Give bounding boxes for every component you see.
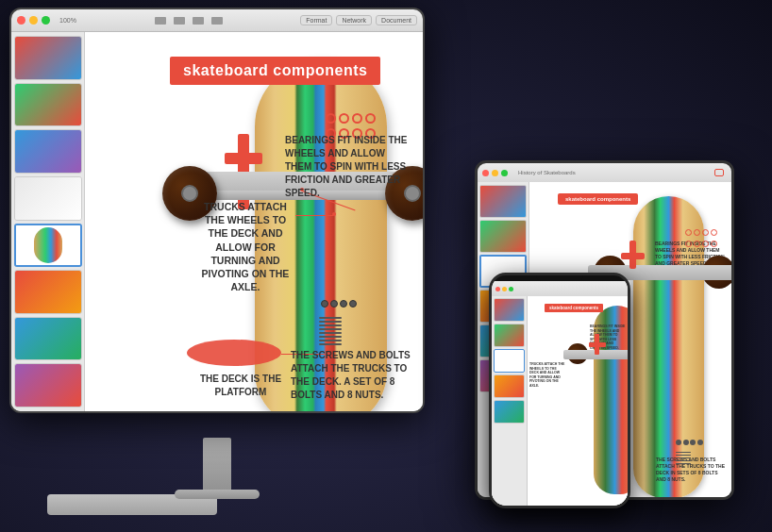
tablet-bearing-5 <box>685 241 692 247</box>
phone-trucks-text: TRUCKS ATTACH THE WHEELS TO THE DECK AND… <box>529 362 565 388</box>
screw-line-5 <box>319 332 342 334</box>
phone-screen: skateboard components TRUCKS ATTACH THE … <box>492 281 628 506</box>
tablet-screws <box>676 440 703 445</box>
slide-thumb-1[interactable] <box>14 36 82 80</box>
phone-notch <box>536 275 583 281</box>
slide-thumb-2[interactable] <box>14 83 82 127</box>
bearing-4 <box>365 113 376 124</box>
screw-line-7 <box>319 340 342 341</box>
slides-sidebar <box>11 32 85 411</box>
phone-maximize[interactable] <box>509 287 513 291</box>
text-icon <box>174 17 185 25</box>
phone-minimize[interactable] <box>502 287 507 291</box>
screw-4 <box>349 300 357 308</box>
slide-thumbnail-7 <box>15 318 81 360</box>
monitor-content: skateboard components <box>11 32 423 411</box>
zoom-level: 100% <box>59 17 76 24</box>
tablet-minimize[interactable] <box>492 170 498 176</box>
slide-thumbnail-5 <box>16 225 80 266</box>
screw-3 <box>340 300 347 308</box>
table-icon <box>155 17 166 25</box>
slide-thumbnail-1 <box>15 37 81 79</box>
slide-thumbnail-6 <box>15 271 81 313</box>
tablet-thumb-1[interactable] <box>479 185 527 218</box>
media-icon <box>211 17 223 25</box>
phone-thumb-3[interactable] <box>494 349 525 373</box>
monitor: 100% Format Network Document <box>9 8 425 413</box>
screw-line-8 <box>319 343 342 345</box>
phone-toolbar <box>492 281 628 296</box>
slide-thumb-4[interactable] <box>14 176 82 221</box>
screw-line-6 <box>319 336 342 338</box>
bearings-annotation: BEARINGS FIT INSIDE THE WHEELS AND ALLOW… <box>285 134 408 200</box>
tablet-title: History of Skateboards <box>518 170 712 175</box>
shape-icon <box>193 17 204 25</box>
slide-title-box: skateboard components <box>170 57 380 85</box>
tablet-close[interactable] <box>482 170 489 176</box>
phone-main: skateboard components TRUCKS ATTACH THE … <box>528 296 628 506</box>
slide-thumb-3[interactable] <box>14 129 82 174</box>
screw-line-3 <box>319 324 342 326</box>
slide-title: skateboard components <box>183 62 367 78</box>
phone-thumb-5[interactable] <box>494 400 525 424</box>
monitor-base <box>175 490 260 499</box>
close-button[interactable] <box>17 16 25 25</box>
format-button[interactable]: Format <box>300 15 332 25</box>
tablet-screw-lines <box>676 452 691 465</box>
tablet-bearing-2 <box>694 229 700 236</box>
tablet-bearing-4 <box>711 229 717 236</box>
truck-connector-line <box>295 215 333 216</box>
phone-sidebar <box>492 296 528 506</box>
screw-line-2 <box>319 321 342 323</box>
screws-grid-inner <box>321 300 357 308</box>
screw-line-4 <box>319 328 342 330</box>
tablet-slide-title: skateboard components <box>558 193 638 205</box>
screws-grid <box>321 300 357 308</box>
slide-thumb-6[interactable] <box>14 270 82 314</box>
tablet-bearing-3 <box>702 229 709 236</box>
phone-thumb-1[interactable] <box>494 298 525 322</box>
slide-thumb-8[interactable] <box>14 363 82 407</box>
tablet-play-btn[interactable] <box>714 169 724 176</box>
phone-device: skateboard components TRUCKS ATTACH THE … <box>489 273 630 508</box>
tablet-bearing-7 <box>702 241 709 247</box>
screw-2 <box>330 300 338 308</box>
document-button[interactable]: Document <box>376 15 417 25</box>
bearing-1 <box>326 113 336 124</box>
minimize-button[interactable] <box>29 16 38 25</box>
slide-thumbnail-3 <box>15 130 81 173</box>
maximize-button[interactable] <box>42 16 50 25</box>
deck-annotation: THE DECK IS THE PLATFORM <box>189 373 293 398</box>
bearing-2 <box>339 113 349 124</box>
phone-thumb-2[interactable] <box>494 324 525 347</box>
toolbar-icons <box>155 17 223 25</box>
slide-thumb-7[interactable] <box>14 317 82 361</box>
slide-thumb-5[interactable] <box>14 224 82 268</box>
tablet-maximize[interactable] <box>501 170 508 176</box>
network-button[interactable]: Network <box>336 15 372 25</box>
slide-thumbnail-8 <box>15 364 81 407</box>
phone-thumb-4[interactable] <box>494 374 525 398</box>
tablet-screws-text: THE SCREWS AND BOLTS ATTACH THE TRUCKS T… <box>656 457 727 483</box>
monitor-stand <box>203 438 231 494</box>
screws-annotation: THE SCREWS AND BOLTS ATTACH THE TRUCKS T… <box>291 349 413 402</box>
slide-thumbnail-2 <box>15 84 81 126</box>
screws-lines <box>319 317 342 345</box>
phone-slide-title: skateboard components <box>545 304 603 312</box>
deck-oval <box>187 340 281 366</box>
screw-line-1 <box>319 317 342 319</box>
trucks-annotation: TRUCKS ATTACH THE WHEELS TO THE DECK AND… <box>194 200 296 293</box>
tablet-truck-icon <box>621 241 645 269</box>
phone-close[interactable] <box>495 287 500 291</box>
tablet-bearings-row-2 <box>685 241 717 247</box>
screw-1 <box>321 300 328 308</box>
bearing-3 <box>352 113 362 124</box>
bearings-row <box>326 113 376 124</box>
tablet-thumb-2[interactable] <box>479 220 527 253</box>
monitor-toolbar: 100% Format Network Document <box>11 9 423 32</box>
phone-truck-icon <box>589 334 606 355</box>
main-slide: skateboard components <box>85 32 423 411</box>
tablet-bearing-6 <box>694 241 700 247</box>
phone-content: skateboard components TRUCKS ATTACH THE … <box>492 296 628 506</box>
tablet-bearing-8 <box>711 241 717 247</box>
